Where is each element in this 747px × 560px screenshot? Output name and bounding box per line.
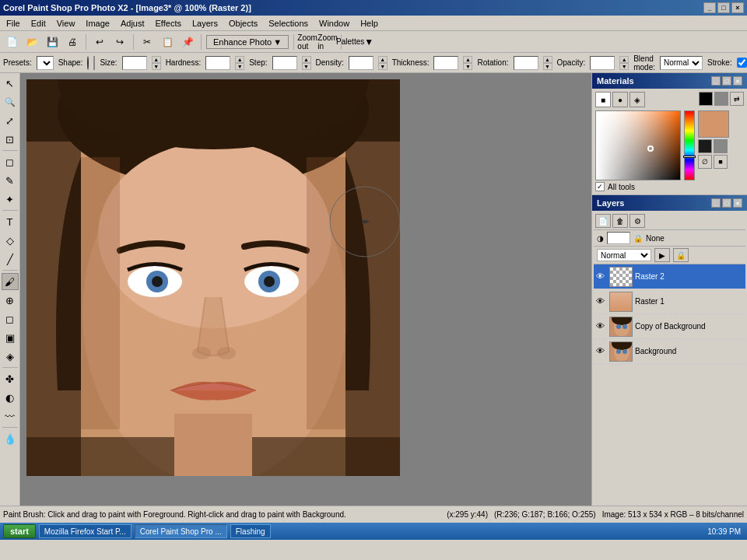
rotation-input[interactable]: 0 [514, 56, 538, 70]
size-down-btn[interactable]: ▼ [152, 63, 161, 70]
thickness-up-btn[interactable]: ▲ [463, 56, 472, 63]
bg-color-swatch-small[interactable] [714, 92, 728, 106]
layer-vis-raster2[interactable]: 👁 [596, 271, 607, 282]
layers-close-btn[interactable]: × [733, 198, 742, 208]
eraser-tool[interactable]: ◻ [2, 310, 19, 327]
continuous-checkbox[interactable] [737, 58, 747, 68]
swatch-gray[interactable] [714, 139, 728, 153]
layer-vis-copy-bg[interactable]: 👁 [596, 321, 607, 332]
line-tool[interactable]: ╱ [2, 250, 19, 268]
paste-button[interactable]: 📌 [179, 33, 196, 51]
color-replace-tool[interactable]: ✤ [2, 370, 19, 387]
layer-blend-mode-select[interactable]: Normal [597, 249, 651, 261]
menu-file[interactable]: File [2, 17, 25, 30]
all-tools-checkbox[interactable]: ✓ [595, 182, 605, 191]
density-up-btn[interactable]: ▲ [378, 56, 388, 63]
materials-close-btn[interactable]: × [733, 76, 742, 86]
paint-brush-tool[interactable]: 🖌 [2, 273, 19, 290]
menu-selections[interactable]: Selections [264, 17, 313, 30]
start-button[interactable]: start [3, 524, 36, 538]
menu-adjust[interactable]: Adjust [116, 17, 149, 30]
freehand-tool[interactable]: ✎ [2, 172, 19, 189]
menu-objects[interactable]: Objects [224, 17, 262, 30]
mat-tab-color[interactable]: ■ [595, 92, 611, 107]
selection-tool[interactable]: ◻ [2, 153, 19, 170]
taskbar-firefox[interactable]: Mozilla Firefox Start P... [39, 524, 132, 538]
layer-raster1[interactable]: 👁 Raster 1 [594, 289, 745, 314]
presets-select[interactable] [37, 56, 54, 70]
layer-vis-raster1[interactable]: 👁 [596, 296, 607, 307]
stroke-none[interactable]: ∅ [698, 155, 712, 169]
size-spinner[interactable]: ▲ ▼ [152, 56, 161, 70]
layer-background[interactable]: 👁 Background [594, 339, 745, 364]
zoom-tool[interactable]: 🔍 [2, 93, 19, 110]
arrow-tool[interactable]: ↖ [2, 75, 19, 92]
thickness-spinner[interactable]: ▲ ▼ [463, 56, 472, 70]
print-button[interactable]: 🖨 [64, 33, 81, 51]
copy-button[interactable]: 📋 [159, 33, 176, 51]
layer-vis-background[interactable]: 👁 [596, 346, 607, 357]
step-up-btn[interactable]: ▲ [302, 56, 311, 63]
size-input[interactable]: 68 [122, 56, 147, 70]
canvas-area[interactable]: ✒ [20, 73, 591, 506]
maximize-button[interactable]: □ [717, 2, 730, 13]
mat-tab-pattern[interactable]: ◈ [630, 92, 645, 107]
density-spinner[interactable]: ▲ ▼ [378, 56, 388, 70]
layer-delete-btn[interactable]: 🗑 [612, 214, 628, 228]
fill-tool[interactable]: ▣ [2, 329, 19, 346]
fg-color-swatch-small[interactable] [699, 92, 713, 106]
materials-minimize-btn[interactable]: _ [711, 76, 721, 86]
opacity-input[interactable]: 100 [590, 56, 615, 70]
menu-layers[interactable]: Layers [188, 17, 223, 30]
hardness-down-btn[interactable]: ▼ [235, 63, 244, 70]
stroke-solid[interactable]: ■ [714, 155, 728, 169]
thickness-down-btn[interactable]: ▼ [463, 63, 472, 70]
close-button[interactable]: × [731, 2, 744, 13]
taskbar-corel[interactable]: Corel Paint Shop Pro ... [135, 524, 227, 538]
enhance-photo-button[interactable]: Enhance Photo ▼ [206, 35, 289, 49]
redo-button[interactable]: ↪ [111, 33, 128, 51]
canvas-image[interactable]: ✒ [26, 79, 400, 476]
mat-tab-gradient[interactable]: ● [612, 92, 628, 107]
hardness-spinner[interactable]: ▲ ▼ [235, 56, 244, 70]
hue-bar[interactable] [684, 110, 695, 180]
thickness-input[interactable]: 100 [433, 56, 458, 70]
layer-blend-expand-btn[interactable]: ▶ [654, 248, 670, 262]
blend-mode-select[interactable]: Normal [660, 56, 703, 70]
clone-tool[interactable]: ⊕ [2, 292, 19, 309]
layers-minimize-btn[interactable]: _ [711, 198, 721, 208]
opacity-up-btn[interactable]: ▲ [619, 56, 629, 63]
density-input[interactable]: 100 [349, 56, 374, 70]
shape-tool[interactable]: ◇ [2, 232, 19, 249]
menu-window[interactable]: Window [314, 17, 354, 30]
zoom-in-button[interactable]: Zoom in [319, 33, 336, 51]
zoom-out-button[interactable]: Zoom out [299, 33, 316, 51]
shape-round[interactable] [87, 56, 89, 70]
step-spinner[interactable]: ▲ ▼ [302, 56, 311, 70]
menu-image[interactable]: Image [81, 17, 114, 30]
layer-opacity-input[interactable]: 31 [607, 232, 630, 244]
new-button[interactable]: 📄 [3, 33, 20, 51]
taskbar-flashing[interactable]: Flashing [230, 524, 271, 538]
step-down-btn[interactable]: ▼ [302, 63, 311, 70]
density-down-btn[interactable]: ▼ [378, 63, 388, 70]
save-button[interactable]: 💾 [44, 33, 61, 51]
shape-square[interactable] [93, 56, 95, 70]
cut-button[interactable]: ✂ [139, 33, 156, 51]
opacity-down-btn[interactable]: ▼ [619, 63, 629, 70]
layer-copy-bg[interactable]: 👁 Copy of Background [594, 314, 745, 339]
layer-new-btn[interactable]: 📄 [595, 214, 611, 228]
retouch-tool[interactable]: ◈ [2, 348, 19, 365]
menu-edit[interactable]: Edit [26, 17, 51, 30]
palettes-button[interactable]: Palettes ▼ [346, 33, 363, 51]
layer-lock-btn[interactable]: 🔒 [673, 248, 689, 262]
menu-view[interactable]: View [52, 17, 80, 30]
rotation-down-btn[interactable]: ▼ [543, 63, 552, 70]
menu-help[interactable]: Help [356, 17, 383, 30]
rotation-spinner[interactable]: ▲ ▼ [543, 56, 552, 70]
opacity-spinner[interactable]: ▲ ▼ [619, 56, 629, 70]
layers-detach-btn[interactable]: □ [722, 198, 731, 208]
hardness-up-btn[interactable]: ▲ [235, 56, 244, 63]
materials-detach-btn[interactable]: □ [722, 76, 731, 86]
current-color-swatch[interactable] [698, 110, 729, 138]
